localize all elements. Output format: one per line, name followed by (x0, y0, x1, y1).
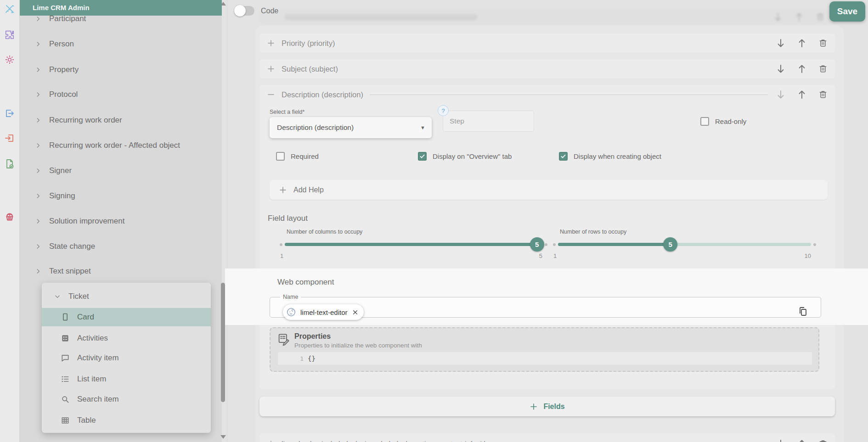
field-row-title: Description (description) (282, 90, 363, 99)
sidebar-item-ticket-card[interactable]: Card (42, 308, 211, 326)
activity-item-icon (61, 353, 70, 363)
toggle-knob[interactable] (234, 5, 246, 17)
chevron-right-icon (35, 41, 41, 47)
chip-label: limel-text-editor (300, 308, 348, 316)
display-creating-checkbox[interactable]: Display when creating object (559, 152, 661, 161)
save-button[interactable]: Save (829, 1, 865, 22)
checkbox-unchecked-icon[interactable] (700, 117, 709, 126)
move-down-icon[interactable] (776, 38, 785, 48)
delete-icon[interactable] (818, 90, 828, 100)
slider-max-label: 5 (539, 252, 542, 259)
design-tools-icon[interactable] (4, 4, 15, 15)
field-row-title: Priority (priority) (282, 39, 335, 48)
delete-icon[interactable] (818, 64, 828, 74)
move-down-icon[interactable] (776, 64, 785, 74)
move-down-icon[interactable] (776, 90, 785, 100)
properties-subtitle: Properties to initialize the web compone… (294, 342, 422, 349)
required-checkbox[interactable]: Required (276, 152, 319, 161)
chevron-right-icon (35, 243, 41, 250)
properties-code-editor[interactable]: 1 {} (278, 352, 812, 365)
sidebar-item-ticket[interactable]: Ticket (42, 287, 211, 306)
sidebar-item-state-change[interactable]: State change (20, 237, 222, 256)
settings-gear-icon[interactable] (4, 54, 15, 65)
delete-icon[interactable] (818, 38, 828, 48)
field-row-title: limepkg_basic_helpdesk.views.helpdesk.se… (282, 440, 489, 442)
sidebar-scrollbar-thumb[interactable] (221, 283, 225, 402)
slider-min-label: 1 (553, 252, 557, 259)
move-up-icon[interactable] (797, 38, 806, 48)
delete-icon[interactable] (818, 439, 828, 442)
slider-fill (558, 243, 671, 246)
card-icon (61, 313, 70, 322)
add-help-button[interactable]: Add Help (270, 180, 828, 200)
move-up-icon[interactable] (797, 439, 806, 442)
help-icon[interactable]: ? (438, 105, 449, 116)
sidebar-item-recurring-work-order[interactable]: Recurring work order (20, 111, 222, 129)
sidebar-item-recurring-work-order-affected-object[interactable]: Recurring work order - Affected object (20, 136, 222, 155)
chevron-right-icon (35, 67, 41, 73)
web-component-chip[interactable]: limel-text-editor (283, 304, 364, 320)
activities-icon (61, 334, 70, 343)
options-row: Required Display on "Overview" tab Displ… (259, 148, 835, 167)
columns-slider-thumb[interactable]: 5 (530, 237, 544, 252)
extensions-puzzle-icon[interactable] (4, 29, 15, 40)
sidebar-item-person[interactable]: Person (20, 35, 222, 53)
expand-plus-icon[interactable] (267, 65, 275, 73)
add-fields-button[interactable]: Fields (259, 397, 835, 416)
ticket-group-card: Ticket Card Activities Activity item Lis… (42, 283, 211, 433)
sidebar-item-ticket-activity-item[interactable]: Activity item (42, 349, 211, 367)
expand-plus-icon[interactable] (267, 440, 275, 442)
step-input[interactable] (443, 111, 534, 132)
sidebar-item-signing[interactable]: Signing (20, 187, 222, 205)
collapse-minus-icon[interactable] (267, 90, 275, 99)
document-approved-icon[interactable] (4, 158, 15, 169)
display-overview-checkbox[interactable]: Display on "Overview" tab (418, 152, 512, 161)
move-up-icon[interactable] (797, 64, 806, 74)
sidebar-item-ticket-search-item[interactable]: Search item (42, 390, 211, 408)
description-panel-header: Description (description) (259, 85, 835, 104)
lime-crm-admin-screen: Participant Person Property Protocol Rec… (0, 0, 868, 442)
select-field-dropdown[interactable]: Description (description) ▼ (270, 117, 432, 138)
sidebar-item-label: Ticket (68, 292, 89, 301)
copy-icon[interactable] (798, 306, 809, 318)
toggle-track[interactable] (235, 6, 254, 16)
field-panel-description: Description (description) Select a field… (259, 85, 835, 389)
import-icon[interactable] (4, 133, 15, 144)
sidebar-item-ticket-activities[interactable]: Activities (42, 329, 211, 347)
export-icon[interactable] (4, 108, 15, 119)
plus-icon (530, 403, 538, 411)
sidebar-item-label: Table (77, 416, 96, 425)
move-down-icon (773, 12, 783, 22)
slider-max-dot (545, 243, 547, 246)
sidebar-item-solution-improvement[interactable]: Solution improvement (20, 212, 222, 230)
sidebar-item-ticket-table[interactable]: Table (42, 411, 211, 430)
web-component-name-field[interactable]: Name limel-text-editor (270, 294, 821, 318)
read-only-checkbox[interactable]: Read-only (700, 111, 746, 132)
field-row-contact-info-title: limepkg_basic_helpdesk.views.helpdesk.se… (259, 433, 835, 442)
checkbox-unchecked-icon[interactable] (276, 152, 285, 161)
chevron-right-icon (35, 142, 41, 149)
app-title-bar: Lime CRM Admin (20, 0, 222, 16)
expand-plus-icon[interactable] (267, 39, 275, 47)
move-up-icon[interactable] (797, 90, 806, 100)
dropdown-caret-icon: ▼ (420, 125, 425, 130)
slider-min-label: 1 (280, 252, 283, 259)
chip-remove-icon[interactable] (352, 309, 358, 315)
sidebar-item-protocol[interactable]: Protocol (20, 85, 222, 104)
sidebar-item-signer[interactable]: Signer (20, 162, 222, 180)
sidebar-item-property[interactable]: Property (20, 61, 222, 79)
header-divider (370, 95, 768, 95)
checkbox-checked-icon[interactable] (559, 152, 568, 161)
move-down-icon[interactable] (776, 439, 785, 442)
sidebar-item-ticket-list-item[interactable]: List item (42, 370, 211, 388)
sidebar-item-label: Activity item (77, 353, 119, 363)
rows-slider-thumb[interactable]: 5 (663, 237, 677, 252)
limepkg-cupcake-icon[interactable] (4, 211, 15, 222)
checkbox-checked-icon[interactable] (418, 152, 427, 161)
sidebar-item-text-snippet[interactable]: Text snippet (20, 262, 222, 280)
sidebar-item-label: Participant (49, 14, 86, 23)
add-help-label: Add Help (293, 186, 324, 194)
sidebar-scrollbar-down-arrow[interactable] (220, 435, 226, 440)
sidebar-item-label: Person (49, 39, 74, 49)
code-toggle[interactable]: Code (235, 6, 278, 16)
